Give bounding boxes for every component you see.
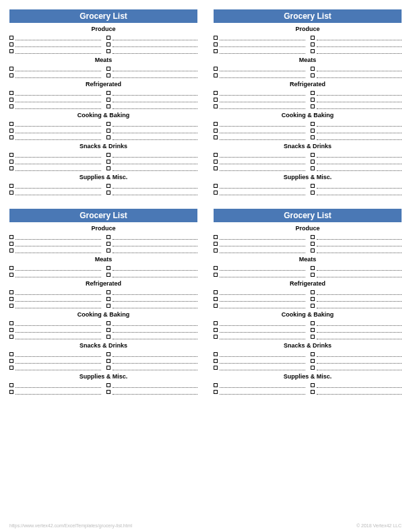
checkbox-icon[interactable] xyxy=(311,73,315,77)
checkbox-icon[interactable] xyxy=(106,390,110,394)
checkbox-icon[interactable] xyxy=(9,98,13,102)
checkbox-icon[interactable] xyxy=(106,242,110,246)
checkbox-icon[interactable] xyxy=(106,266,110,270)
checkbox-icon[interactable] xyxy=(9,304,13,308)
checkbox-icon[interactable] xyxy=(311,129,315,133)
checkbox-icon[interactable] xyxy=(311,366,315,370)
checkbox-icon[interactable] xyxy=(214,42,218,46)
checkbox-icon[interactable] xyxy=(214,383,218,387)
checkbox-icon[interactable] xyxy=(9,104,13,108)
checkbox-icon[interactable] xyxy=(9,266,13,270)
checkbox-icon[interactable] xyxy=(214,184,218,188)
checkbox-icon[interactable] xyxy=(311,160,315,164)
checkbox-icon[interactable] xyxy=(106,335,110,339)
checkbox-icon[interactable] xyxy=(311,273,315,277)
checkbox-icon[interactable] xyxy=(9,122,13,126)
checkbox-icon[interactable] xyxy=(311,42,315,46)
entry-line[interactable] xyxy=(113,195,198,195)
checkbox-icon[interactable] xyxy=(106,104,110,108)
checkbox-icon[interactable] xyxy=(9,49,13,53)
checkbox-icon[interactable] xyxy=(9,135,13,139)
checkbox-icon[interactable] xyxy=(106,304,110,308)
checkbox-icon[interactable] xyxy=(106,248,110,253)
checkbox-icon[interactable] xyxy=(9,297,13,301)
checkbox-icon[interactable] xyxy=(9,390,13,394)
checkbox-icon[interactable] xyxy=(311,36,315,40)
checkbox-icon[interactable] xyxy=(214,328,218,332)
checkbox-icon[interactable] xyxy=(214,235,218,239)
checkbox-icon[interactable] xyxy=(214,352,218,356)
entry-line[interactable] xyxy=(317,195,402,195)
checkbox-icon[interactable] xyxy=(9,248,13,253)
checkbox-icon[interactable] xyxy=(9,321,13,325)
checkbox-icon[interactable] xyxy=(311,191,315,195)
checkbox-icon[interactable] xyxy=(9,67,13,71)
checkbox-icon[interactable] xyxy=(106,366,110,370)
checkbox-icon[interactable] xyxy=(311,91,315,95)
checkbox-icon[interactable] xyxy=(311,166,315,170)
checkbox-icon[interactable] xyxy=(106,160,110,164)
checkbox-icon[interactable] xyxy=(106,184,110,188)
checkbox-icon[interactable] xyxy=(214,366,218,370)
checkbox-icon[interactable] xyxy=(106,129,110,133)
checkbox-icon[interactable] xyxy=(214,104,218,108)
checkbox-icon[interactable] xyxy=(9,73,13,77)
checkbox-icon[interactable] xyxy=(214,359,218,363)
checkbox-icon[interactable] xyxy=(106,135,110,139)
checkbox-icon[interactable] xyxy=(311,266,315,270)
checkbox-icon[interactable] xyxy=(311,328,315,332)
checkbox-icon[interactable] xyxy=(9,352,13,356)
checkbox-icon[interactable] xyxy=(214,153,218,157)
checkbox-icon[interactable] xyxy=(214,304,218,308)
checkbox-icon[interactable] xyxy=(311,390,315,394)
checkbox-icon[interactable] xyxy=(214,122,218,126)
checkbox-icon[interactable] xyxy=(106,235,110,239)
checkbox-icon[interactable] xyxy=(311,297,315,301)
checkbox-icon[interactable] xyxy=(214,135,218,139)
checkbox-icon[interactable] xyxy=(9,366,13,370)
checkbox-icon[interactable] xyxy=(106,98,110,102)
checkbox-icon[interactable] xyxy=(311,359,315,363)
checkbox-icon[interactable] xyxy=(9,328,13,332)
checkbox-icon[interactable] xyxy=(106,328,110,332)
checkbox-icon[interactable] xyxy=(9,36,13,40)
checkbox-icon[interactable] xyxy=(214,242,218,246)
checkbox-icon[interactable] xyxy=(214,160,218,164)
entry-line[interactable] xyxy=(220,394,305,395)
checkbox-icon[interactable] xyxy=(311,242,315,246)
checkbox-icon[interactable] xyxy=(9,91,13,95)
checkbox-icon[interactable] xyxy=(311,67,315,71)
checkbox-icon[interactable] xyxy=(214,166,218,170)
checkbox-icon[interactable] xyxy=(106,352,110,356)
entry-line[interactable] xyxy=(15,195,101,195)
checkbox-icon[interactable] xyxy=(106,122,110,126)
checkbox-icon[interactable] xyxy=(106,359,110,363)
checkbox-icon[interactable] xyxy=(311,304,315,308)
checkbox-icon[interactable] xyxy=(311,321,315,325)
checkbox-icon[interactable] xyxy=(9,166,13,170)
checkbox-icon[interactable] xyxy=(9,42,13,46)
checkbox-icon[interactable] xyxy=(214,335,218,339)
checkbox-icon[interactable] xyxy=(9,383,13,387)
entry-line[interactable] xyxy=(113,394,198,395)
checkbox-icon[interactable] xyxy=(311,98,315,102)
checkbox-icon[interactable] xyxy=(311,135,315,139)
checkbox-icon[interactable] xyxy=(311,383,315,387)
entry-line[interactable] xyxy=(15,394,101,395)
checkbox-icon[interactable] xyxy=(311,248,315,253)
checkbox-icon[interactable] xyxy=(214,390,218,394)
checkbox-icon[interactable] xyxy=(214,73,218,77)
checkbox-icon[interactable] xyxy=(311,335,315,339)
checkbox-icon[interactable] xyxy=(311,122,315,126)
entry-line[interactable] xyxy=(317,394,402,395)
checkbox-icon[interactable] xyxy=(214,49,218,53)
checkbox-icon[interactable] xyxy=(214,67,218,71)
checkbox-icon[interactable] xyxy=(106,67,110,71)
checkbox-icon[interactable] xyxy=(214,297,218,301)
checkbox-icon[interactable] xyxy=(106,91,110,95)
checkbox-icon[interactable] xyxy=(106,166,110,170)
checkbox-icon[interactable] xyxy=(214,91,218,95)
checkbox-icon[interactable] xyxy=(311,104,315,108)
checkbox-icon[interactable] xyxy=(9,335,13,339)
checkbox-icon[interactable] xyxy=(106,321,110,325)
